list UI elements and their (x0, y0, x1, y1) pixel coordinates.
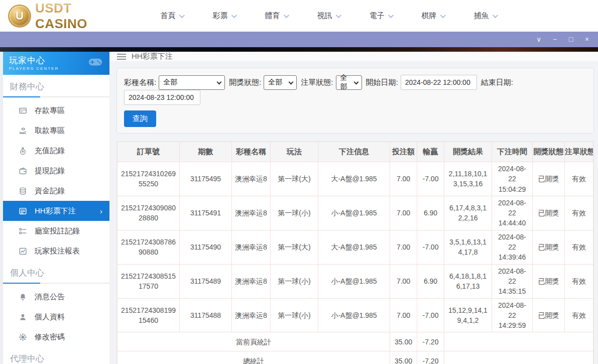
nav-item-label: 電子 (370, 11, 385, 21)
cell-order-status: 有效 (565, 162, 593, 196)
nav-item[interactable]: 視訊 (302, 11, 354, 21)
column-header: 投注額 (390, 142, 417, 162)
sidebar-item[interactable]: 修改密碼 (3, 327, 109, 347)
cell-bet-time: 2024-08-22 14:35:15 (492, 264, 533, 298)
nav-item-label: 首頁 (161, 11, 176, 21)
lottery-name-select[interactable]: 全部 (159, 75, 225, 90)
column-header: 下注信息 (318, 142, 390, 162)
table-body: 215217243102695525031175495澳洲幸运8第一球(大)大-… (117, 162, 593, 364)
top-header: U USDT CASINO 首頁彩票體育視訊電子棋牌捕魚 (0, 0, 598, 32)
section-underline (3, 96, 109, 97)
sidebar-item-label: 修改密碼 (35, 332, 65, 342)
sidebar-item[interactable]: 玩家投注報表 (3, 241, 109, 261)
cell-bet-info: 大-A盤@1.985 (318, 230, 390, 264)
summary-bet-total: 35.00 (390, 332, 417, 351)
nav-item[interactable]: 捕魚 (459, 11, 511, 21)
cell-play-type: 第一球(大) (271, 230, 318, 264)
cell-bet-amount: 7.00 (390, 298, 417, 332)
gear-icon (19, 333, 27, 341)
sidebar-item[interactable]: 個人資料 (3, 307, 109, 327)
chevron-down-icon (231, 12, 236, 18)
cell-period: 31175490 (180, 230, 232, 264)
logo[interactable]: U USDT CASINO (8, 1, 128, 32)
page-title: HH彩票下注 (132, 52, 173, 61)
summary-row: 當前頁統計35.00-7.20 (117, 332, 593, 351)
nav-item[interactable]: 彩票 (198, 11, 250, 21)
cell-order-no: 2152172430878690880 (117, 230, 180, 264)
chevron-down-icon (388, 12, 393, 18)
start-date-input[interactable] (401, 75, 477, 90)
order-status-select[interactable]: 全部 (336, 75, 362, 90)
cell-play-type: 第一球(大) (271, 162, 318, 196)
coins-icon (19, 187, 27, 195)
chevron-down-icon (353, 79, 358, 84)
sidebar-item[interactable]: 提現記錄 (3, 161, 109, 181)
sidebar-item-label: 存款專區 (35, 106, 65, 115)
sidebar-item-label: HH彩票下注 (35, 206, 76, 216)
chevron-down-icon (217, 79, 222, 84)
sidebar-section-title: 代理中心 (3, 347, 109, 364)
gamepad-icon (86, 54, 104, 69)
sidebar-item[interactable]: 消息公告 (3, 287, 109, 307)
search-button[interactable]: 查詢 (124, 110, 156, 127)
deposit-card-icon (19, 106, 27, 115)
nav-item[interactable]: 首頁 (146, 11, 198, 21)
sidebar-item[interactable]: HH彩票下注› (3, 201, 109, 221)
table-header-row: 訂單號期數彩種名稱玩法下注信息投注額輸贏開獎結果下注時間開獎狀態注單狀態 (117, 142, 593, 162)
nav-item[interactable]: 棋牌 (407, 11, 459, 21)
sidebar-item[interactable]: 資金記錄 (3, 181, 109, 201)
column-header: 訂單號 (117, 142, 180, 162)
nav-item[interactable]: 電子 (354, 11, 407, 21)
chevron-down-icon[interactable]: ∨ (531, 32, 547, 47)
chevron-down-icon (289, 79, 294, 84)
table-row: 215217243081991546031175488澳洲幸运8第一球(小)小-… (117, 298, 593, 332)
lottery-name-value: 全部 (163, 78, 177, 87)
filter-panel: 彩種名稱: 全部 開獎狀態: 全部 注單狀態: 全部 (116, 68, 594, 134)
cell-lottery-name: 澳洲幸运8 (232, 230, 271, 264)
cell-period: 31175489 (180, 264, 232, 298)
column-header: 彩種名稱 (232, 142, 271, 162)
sidebar-item-label: 個人資料 (35, 312, 65, 322)
table-row: 215217243085151757031175489澳洲幸运8第一球(小)小-… (117, 264, 593, 298)
nav-item-label: 視訊 (317, 11, 332, 21)
cell-win-loss: -7.00 (417, 162, 444, 196)
chevron-right-icon: › (100, 207, 102, 215)
main-area: HH彩票下注 彩種名稱: 全部 開獎狀態: 全部 (109, 52, 598, 364)
sidebar-item-label: 資金記錄 (35, 186, 65, 196)
sidebar-item[interactable]: 充值記錄 (3, 141, 109, 161)
minimize-icon[interactable]: − (547, 32, 563, 47)
table-row: 215217243102695525031175495澳洲幸运8第一球(大)大-… (117, 162, 593, 196)
section-underline (3, 283, 109, 284)
chevron-down-icon (179, 12, 184, 18)
withdraw-hand-icon (19, 127, 27, 135)
end-date-input[interactable] (124, 90, 200, 105)
order-status-value: 全部 (340, 73, 350, 91)
column-header: 輸贏 (417, 142, 444, 162)
column-header: 下注時間 (492, 142, 533, 162)
summary-bet-total: 35.00 (390, 351, 417, 364)
sidebar-item[interactable]: 取款專區 (3, 120, 109, 141)
sidebar-item[interactable]: 廳室投註記錄 (3, 221, 109, 241)
banner-strip (0, 47, 598, 52)
draw-status-select[interactable]: 全部 (264, 75, 297, 90)
sidebar-sections: 財務中心存款專區取款專區充值記錄提現記錄資金記錄HH彩票下注›廳室投註記錄玩家投… (3, 75, 109, 364)
table-row: 215217243087869088031175490澳洲幸运8第一球(大)大-… (117, 230, 593, 264)
nav-item[interactable]: 體育 (250, 11, 302, 21)
breadcrumb: HH彩票下注 (109, 52, 598, 62)
nav-item-label: 捕魚 (474, 11, 489, 21)
cell-bet-info: 小-A盤@1.985 (318, 196, 390, 230)
maximize-icon[interactable]: □ (563, 32, 579, 47)
cell-draw-result: 6,17,4,8,3,12,2,16 (444, 196, 492, 230)
sidebar-item-label: 充值記錄 (35, 146, 65, 156)
hamburger-menu-icon[interactable] (117, 54, 126, 60)
sidebar-item-label: 廳室投註記錄 (35, 226, 80, 236)
cell-bet-info: 大-A盤@1.985 (318, 162, 390, 196)
moneybag-icon (19, 147, 27, 155)
close-icon[interactable]: × (579, 32, 595, 47)
cell-bet-time: 2024-08-22 15:04:29 (492, 162, 533, 196)
sidebar-item-label: 玩家投注報表 (35, 247, 80, 256)
sidebar-item[interactable]: 存款專區 (3, 100, 109, 120)
document-icon (19, 207, 27, 215)
person-icon (19, 313, 27, 321)
window-titlebar: ∨−□× (0, 32, 598, 47)
